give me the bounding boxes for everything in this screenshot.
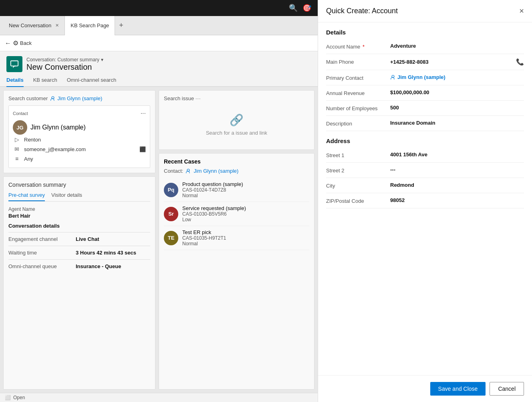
- primary-contact-value[interactable]: Jim Glynn (sample): [390, 74, 524, 80]
- required-indicator: *: [363, 44, 365, 50]
- case-info-3: Test ER pick CAS-01035-H9T2T1 Normal: [182, 229, 226, 246]
- agent-name-label: Agent Name: [8, 206, 150, 212]
- status-label: Open: [13, 395, 25, 400]
- engagement-row: Engagement channel Live Chat: [8, 235, 150, 243]
- chevron-icon[interactable]: ▾: [101, 57, 103, 63]
- quick-create-footer: Save and Close Cancel: [318, 375, 532, 402]
- issue-card: Search issue --- 🔗 Search for a issue an…: [159, 90, 314, 150]
- cases-title: Recent Cases: [164, 158, 309, 165]
- issue-search-row: Search issue ---: [164, 95, 309, 101]
- cancel-button[interactable]: Cancel: [490, 382, 524, 396]
- annual-revenue-value[interactable]: $100,000,000.00: [390, 89, 524, 95]
- case-avatar-2: Sr: [164, 207, 178, 221]
- primary-contact-field: Primary Contact Jim Glynn (sample): [326, 70, 524, 85]
- customer-link[interactable]: Jim Glynn (sample): [50, 95, 102, 101]
- contact-ref-link[interactable]: Jim Glynn (sample): [193, 168, 238, 174]
- quick-create-header: Quick Create: Account ×: [318, 0, 532, 22]
- bottom-status: ⬜ Open: [0, 393, 318, 402]
- zip-value[interactable]: 98052: [390, 197, 524, 203]
- main-phone-value[interactable]: +1425-882-8083 📞: [390, 58, 524, 66]
- right-column: Search issue --- 🔗 Search for a issue an…: [159, 90, 314, 390]
- city-field: City Redmond: [326, 178, 524, 193]
- main-content: Search customer Jim Glynn (sample) Conta…: [0, 87, 318, 393]
- recent-cases-card: Recent Cases Contact: Jim Glynn (sample)…: [159, 153, 314, 390]
- summary-card: Conversation summary Pre-chat survey Vis…: [3, 176, 155, 390]
- case-type-row: ≡ Any: [13, 154, 146, 164]
- main-phone-label: Main Phone: [326, 58, 390, 65]
- employees-label: Number of Employees: [326, 105, 390, 111]
- quick-create-close-button[interactable]: ×: [519, 6, 524, 16]
- agent-name-value: Bert Hair: [8, 213, 150, 219]
- contact-card: Contact ··· JG Jim Glynn (sample) ▷ Rent…: [8, 105, 150, 168]
- location-row: ▷ Renton: [13, 135, 146, 144]
- case-avatar-1: Pq: [164, 183, 178, 197]
- survey-tabs: Pre-chat survey Visitor details: [8, 192, 150, 202]
- location-icon: ▷: [13, 136, 21, 143]
- conversation-icon: [6, 56, 22, 72]
- street1-value[interactable]: 4001 156th Ave: [390, 152, 524, 158]
- address-section-title: Address: [326, 131, 524, 147]
- svg-rect-0: [11, 61, 18, 66]
- case-info-1: Product question (sample) CAS-01024-T4D7…: [182, 181, 243, 198]
- target-icon[interactable]: 🎯: [302, 4, 311, 12]
- primary-contact-link[interactable]: Jim Glynn (sample): [390, 74, 445, 80]
- tab-kb-search[interactable]: KB Search Page: [65, 16, 115, 35]
- street2-field: Street 2 ---: [326, 163, 524, 178]
- status-icon: ⬜: [5, 395, 11, 400]
- phone-icon[interactable]: 📞: [516, 58, 524, 66]
- avatar: JG: [13, 120, 27, 135]
- conv-details-title: Conversation details: [8, 223, 150, 229]
- primary-contact-label: Primary Contact: [326, 74, 390, 81]
- customer-card: Search customer Jim Glynn (sample) Conta…: [3, 90, 155, 173]
- description-label: Description: [326, 120, 390, 127]
- tabs-bar: New Conversation ✕ KB Search Page +: [0, 16, 318, 35]
- sub-tab-kb-search[interactable]: KB search: [33, 77, 57, 87]
- case-item-3: TE Test ER pick CAS-01035-H9T2T1 Normal: [164, 226, 309, 250]
- issue-placeholder: 🔗 Search for a issue and link: [164, 105, 309, 145]
- description-value[interactable]: Insurance Domain: [390, 120, 524, 126]
- sub-tab-omni-search[interactable]: Omni-channel search: [67, 77, 117, 87]
- city-value[interactable]: Redmond: [390, 182, 524, 188]
- street1-label: Street 1: [326, 152, 390, 158]
- tab-label: New Conversation: [9, 22, 51, 28]
- zip-label: ZIP/Postal Code: [326, 197, 390, 204]
- account-name-value[interactable]: Adventure: [390, 43, 524, 49]
- tab-add-button[interactable]: +: [115, 21, 127, 30]
- quick-create-body: Details Account Name * Adventure Main Ph…: [318, 22, 532, 375]
- back-arrow-icon: ←: [5, 40, 11, 47]
- employees-field: Number of Employees 500: [326, 101, 524, 116]
- search-icon[interactable]: 🔍: [289, 4, 298, 12]
- annual-revenue-label: Annual Revenue: [326, 89, 390, 96]
- annual-revenue-field: Annual Revenue $100,000,000.00: [326, 85, 524, 101]
- contact-info: JG Jim Glynn (sample): [13, 120, 146, 135]
- queue-row: Omni-channel queue Insurance - Queue: [8, 262, 150, 271]
- employees-value[interactable]: 500: [390, 105, 524, 111]
- visitor-details-tab[interactable]: Visitor details: [51, 192, 82, 201]
- contact-more-icon[interactable]: ···: [141, 110, 146, 117]
- city-label: City: [326, 182, 390, 189]
- save-and-close-button[interactable]: Save and Close: [430, 382, 486, 396]
- back-button[interactable]: ⚙ Back: [13, 39, 32, 47]
- zip-field: ZIP/Postal Code 98052: [326, 193, 524, 208]
- quick-create-title: Quick Create: Account: [326, 7, 398, 15]
- case-item-1: Pq Product question (sample) CAS-01024-T…: [164, 178, 309, 202]
- email-action-icon[interactable]: ⬛: [139, 146, 146, 152]
- street2-value[interactable]: ---: [390, 167, 524, 173]
- conversation-header: Conversation: Customer summary ▾ New Con…: [0, 51, 318, 74]
- conversation-title: New Conversation: [26, 63, 103, 72]
- tab-close-icon[interactable]: ✕: [55, 23, 59, 28]
- account-name-label: Account Name *: [326, 43, 390, 50]
- tab-new-conversation[interactable]: New Conversation ✕: [3, 16, 65, 35]
- contact-ref: Contact: Jim Glynn (sample): [164, 168, 309, 174]
- nav-bar: ← ⚙ Back: [0, 35, 318, 51]
- customer-search-row: Search customer Jim Glynn (sample): [8, 95, 150, 101]
- link-icon: 🔗: [230, 113, 244, 127]
- contact-name: Jim Glynn (sample): [30, 124, 86, 131]
- sub-tab-details[interactable]: Details: [6, 77, 24, 87]
- summary-title: Conversation summary: [8, 182, 150, 188]
- conversation-subtitle: Conversation: Customer summary ▾: [26, 57, 103, 63]
- pre-chat-tab[interactable]: Pre-chat survey: [8, 192, 45, 201]
- sub-tabs: Details KB search Omni-channel search: [0, 74, 318, 87]
- case-avatar-3: TE: [164, 231, 178, 245]
- case-item-2: Sr Service requested (sample) CAS-01030-…: [164, 202, 309, 226]
